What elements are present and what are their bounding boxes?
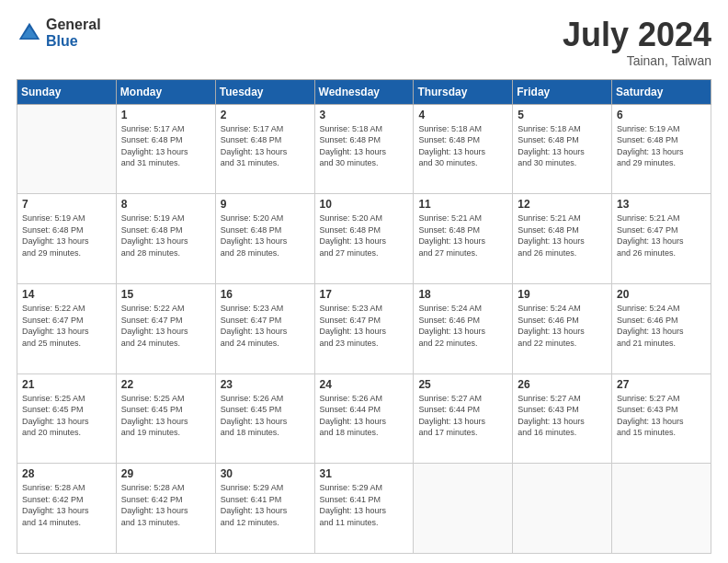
day-number: 28 bbox=[22, 467, 111, 480]
day-number: 14 bbox=[22, 288, 111, 301]
calendar-cell: 14Sunrise: 5:22 AM Sunset: 6:47 PM Dayli… bbox=[17, 283, 117, 373]
day-number: 5 bbox=[518, 109, 607, 121]
calendar-cell: 23Sunrise: 5:26 AM Sunset: 6:45 PM Dayli… bbox=[215, 373, 314, 464]
calendar-cell: 16Sunrise: 5:23 AM Sunset: 6:47 PM Dayli… bbox=[215, 283, 314, 373]
logo-general: General bbox=[46, 17, 101, 33]
day-number: 15 bbox=[121, 288, 210, 301]
day-info: Sunrise: 5:18 AM Sunset: 6:48 PM Dayligh… bbox=[418, 123, 507, 169]
day-info: Sunrise: 5:27 AM Sunset: 6:44 PM Dayligh… bbox=[418, 393, 507, 439]
day-number: 21 bbox=[22, 378, 111, 391]
day-number: 19 bbox=[518, 288, 607, 301]
day-info: Sunrise: 5:20 AM Sunset: 6:48 PM Dayligh… bbox=[320, 213, 409, 259]
calendar-cell bbox=[17, 104, 117, 194]
calendar-cell: 27Sunrise: 5:27 AM Sunset: 6:43 PM Dayli… bbox=[612, 373, 711, 464]
day-header-wednesday: Wednesday bbox=[314, 79, 414, 104]
day-number: 23 bbox=[221, 378, 310, 391]
calendar-week-4: 21Sunrise: 5:25 AM Sunset: 6:45 PM Dayli… bbox=[17, 373, 711, 464]
day-number: 25 bbox=[418, 378, 507, 391]
calendar-cell: 17Sunrise: 5:23 AM Sunset: 6:47 PM Dayli… bbox=[314, 283, 414, 373]
calendar-cell: 30Sunrise: 5:29 AM Sunset: 6:41 PM Dayli… bbox=[215, 464, 314, 554]
calendar-cell: 6Sunrise: 5:19 AM Sunset: 6:48 PM Daylig… bbox=[612, 104, 711, 194]
day-info: Sunrise: 5:22 AM Sunset: 6:47 PM Dayligh… bbox=[22, 303, 111, 349]
calendar-cell: 5Sunrise: 5:18 AM Sunset: 6:48 PM Daylig… bbox=[513, 104, 612, 194]
day-number: 9 bbox=[221, 198, 310, 211]
day-number: 2 bbox=[221, 109, 310, 121]
day-info: Sunrise: 5:19 AM Sunset: 6:48 PM Dayligh… bbox=[121, 213, 210, 259]
day-info: Sunrise: 5:24 AM Sunset: 6:46 PM Dayligh… bbox=[617, 303, 706, 349]
day-info: Sunrise: 5:25 AM Sunset: 6:45 PM Dayligh… bbox=[22, 393, 111, 439]
day-info: Sunrise: 5:22 AM Sunset: 6:47 PM Dayligh… bbox=[121, 303, 210, 349]
day-header-thursday: Thursday bbox=[414, 79, 513, 104]
calendar-cell: 21Sunrise: 5:25 AM Sunset: 6:45 PM Dayli… bbox=[17, 373, 117, 464]
day-info: Sunrise: 5:21 AM Sunset: 6:48 PM Dayligh… bbox=[418, 213, 507, 259]
logo: General Blue bbox=[17, 17, 101, 49]
calendar-cell: 9Sunrise: 5:20 AM Sunset: 6:48 PM Daylig… bbox=[215, 194, 314, 284]
day-number: 8 bbox=[121, 198, 210, 211]
calendar-table: SundayMondayTuesdayWednesdayThursdayFrid… bbox=[17, 79, 711, 554]
calendar-cell: 3Sunrise: 5:18 AM Sunset: 6:48 PM Daylig… bbox=[314, 104, 414, 194]
calendar-week-3: 14Sunrise: 5:22 AM Sunset: 6:47 PM Dayli… bbox=[17, 283, 711, 373]
day-number: 24 bbox=[320, 378, 409, 391]
page: General Blue July 2024 Tainan, Taiwan Su… bbox=[0, 0, 728, 563]
calendar-cell: 2Sunrise: 5:17 AM Sunset: 6:48 PM Daylig… bbox=[215, 104, 314, 194]
day-info: Sunrise: 5:20 AM Sunset: 6:48 PM Dayligh… bbox=[221, 213, 310, 259]
logo-blue: Blue bbox=[46, 33, 101, 50]
day-info: Sunrise: 5:26 AM Sunset: 6:44 PM Dayligh… bbox=[320, 393, 409, 439]
calendar-cell: 8Sunrise: 5:19 AM Sunset: 6:48 PM Daylig… bbox=[116, 194, 215, 284]
calendar-cell: 20Sunrise: 5:24 AM Sunset: 6:46 PM Dayli… bbox=[612, 283, 711, 373]
calendar-cell: 24Sunrise: 5:26 AM Sunset: 6:44 PM Dayli… bbox=[314, 373, 414, 464]
day-info: Sunrise: 5:28 AM Sunset: 6:42 PM Dayligh… bbox=[121, 482, 210, 528]
calendar-cell: 12Sunrise: 5:21 AM Sunset: 6:48 PM Dayli… bbox=[513, 194, 612, 284]
day-info: Sunrise: 5:29 AM Sunset: 6:41 PM Dayligh… bbox=[320, 482, 409, 528]
day-number: 13 bbox=[617, 198, 706, 211]
header: General Blue July 2024 Tainan, Taiwan bbox=[17, 17, 711, 68]
calendar-cell: 26Sunrise: 5:27 AM Sunset: 6:43 PM Dayli… bbox=[513, 373, 612, 464]
day-number: 20 bbox=[617, 288, 706, 301]
calendar-cell: 10Sunrise: 5:20 AM Sunset: 6:48 PM Dayli… bbox=[314, 194, 414, 284]
day-number: 30 bbox=[221, 467, 310, 480]
day-info: Sunrise: 5:21 AM Sunset: 6:48 PM Dayligh… bbox=[518, 213, 607, 259]
day-number: 7 bbox=[22, 198, 111, 211]
day-info: Sunrise: 5:18 AM Sunset: 6:48 PM Dayligh… bbox=[518, 123, 607, 169]
day-info: Sunrise: 5:23 AM Sunset: 6:47 PM Dayligh… bbox=[320, 303, 409, 349]
day-number: 12 bbox=[518, 198, 607, 211]
day-info: Sunrise: 5:27 AM Sunset: 6:43 PM Dayligh… bbox=[617, 393, 706, 439]
day-info: Sunrise: 5:25 AM Sunset: 6:45 PM Dayligh… bbox=[121, 393, 210, 439]
calendar-cell: 1Sunrise: 5:17 AM Sunset: 6:48 PM Daylig… bbox=[116, 104, 215, 194]
calendar-cell bbox=[414, 464, 513, 554]
day-number: 16 bbox=[221, 288, 310, 301]
calendar-cell: 7Sunrise: 5:19 AM Sunset: 6:48 PM Daylig… bbox=[17, 194, 117, 284]
day-number: 11 bbox=[418, 198, 507, 211]
day-number: 1 bbox=[121, 109, 210, 121]
day-number: 17 bbox=[320, 288, 409, 301]
day-info: Sunrise: 5:24 AM Sunset: 6:46 PM Dayligh… bbox=[418, 303, 507, 349]
day-header-sunday: Sunday bbox=[17, 79, 117, 104]
day-info: Sunrise: 5:24 AM Sunset: 6:46 PM Dayligh… bbox=[518, 303, 607, 349]
calendar-week-2: 7Sunrise: 5:19 AM Sunset: 6:48 PM Daylig… bbox=[17, 194, 711, 284]
logo-icon bbox=[17, 20, 42, 46]
calendar-cell: 15Sunrise: 5:22 AM Sunset: 6:47 PM Dayli… bbox=[116, 283, 215, 373]
calendar-cell: 29Sunrise: 5:28 AM Sunset: 6:42 PM Dayli… bbox=[116, 464, 215, 554]
title-block: July 2024 Tainan, Taiwan bbox=[563, 17, 711, 68]
day-number: 6 bbox=[617, 109, 706, 121]
calendar-cell: 13Sunrise: 5:21 AM Sunset: 6:47 PM Dayli… bbox=[612, 194, 711, 284]
logo-text: General Blue bbox=[46, 17, 101, 49]
day-info: Sunrise: 5:26 AM Sunset: 6:45 PM Dayligh… bbox=[221, 393, 310, 439]
day-info: Sunrise: 5:17 AM Sunset: 6:48 PM Dayligh… bbox=[121, 123, 210, 169]
day-number: 10 bbox=[320, 198, 409, 211]
calendar-cell: 28Sunrise: 5:28 AM Sunset: 6:42 PM Dayli… bbox=[17, 464, 117, 554]
day-header-monday: Monday bbox=[116, 79, 215, 104]
day-info: Sunrise: 5:21 AM Sunset: 6:47 PM Dayligh… bbox=[617, 213, 706, 259]
calendar-cell bbox=[612, 464, 711, 554]
day-number: 26 bbox=[518, 378, 607, 391]
day-number: 22 bbox=[121, 378, 210, 391]
day-number: 4 bbox=[418, 109, 507, 121]
day-header-friday: Friday bbox=[513, 79, 612, 104]
calendar-cell: 31Sunrise: 5:29 AM Sunset: 6:41 PM Dayli… bbox=[314, 464, 414, 554]
day-header-tuesday: Tuesday bbox=[215, 79, 314, 104]
day-info: Sunrise: 5:19 AM Sunset: 6:48 PM Dayligh… bbox=[617, 123, 706, 169]
day-info: Sunrise: 5:29 AM Sunset: 6:41 PM Dayligh… bbox=[221, 482, 310, 528]
calendar-week-5: 28Sunrise: 5:28 AM Sunset: 6:42 PM Dayli… bbox=[17, 464, 711, 554]
day-info: Sunrise: 5:17 AM Sunset: 6:48 PM Dayligh… bbox=[221, 123, 310, 169]
day-info: Sunrise: 5:19 AM Sunset: 6:48 PM Dayligh… bbox=[22, 213, 111, 259]
